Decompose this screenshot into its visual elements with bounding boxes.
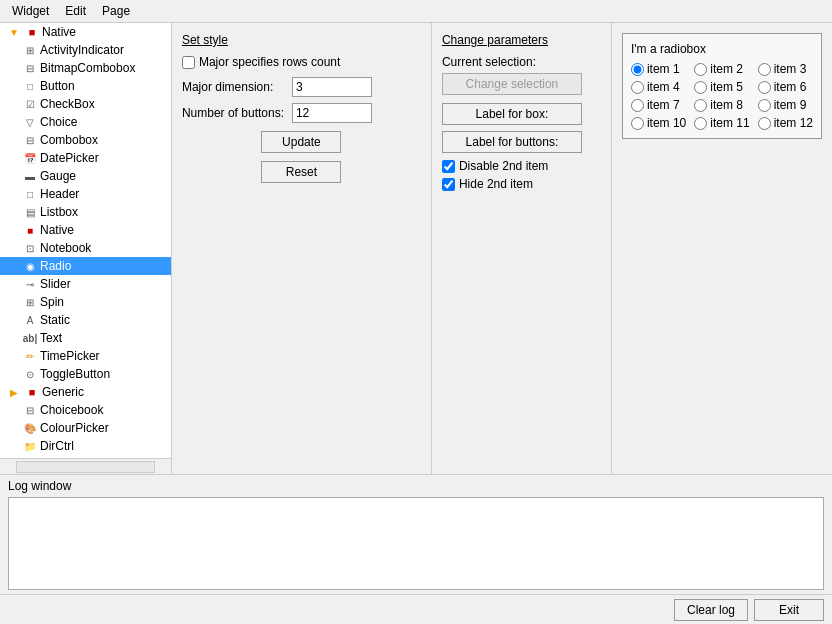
radio-input-11[interactable] — [694, 117, 707, 130]
dirctrl-label: DirCtrl — [40, 439, 74, 453]
tree-item-combobox[interactable]: ⊟ Combobox — [0, 131, 171, 149]
gauge-label: Gauge — [40, 169, 76, 183]
menu-page[interactable]: Page — [94, 2, 138, 20]
top-area: ▼ ■ Native ⊞ ActivityIndicator ⊟ BitmapC… — [0, 23, 832, 474]
major-dimension-row: Major dimension: — [182, 77, 421, 97]
hide-row: Hide 2nd item — [442, 177, 601, 191]
radio-label-9: item 9 — [774, 98, 807, 112]
timepicker-label: TimePicker — [40, 349, 100, 363]
num-buttons-row: Number of buttons: — [182, 103, 421, 123]
disable-checkbox[interactable] — [442, 160, 455, 173]
tree-item-native[interactable]: ■ Native — [0, 221, 171, 239]
tree-item-choicebook[interactable]: ⊟ Choicebook — [0, 401, 171, 419]
bottom-bar: Clear log Exit — [0, 594, 832, 624]
tree-item-choice[interactable]: ▽ Choice — [0, 113, 171, 131]
major-checkbox-row: Major specifies rows count — [182, 55, 421, 69]
num-buttons-input[interactable] — [292, 103, 372, 123]
menu-widget[interactable]: Widget — [4, 2, 57, 20]
dirctrl-icon: 📁 — [22, 438, 38, 454]
radio-input-3[interactable] — [758, 63, 771, 76]
radio-label-3: item 3 — [774, 62, 807, 76]
combobox-label: Combobox — [40, 133, 98, 147]
tree-item-button[interactable]: □ Button — [0, 77, 171, 95]
tree-scroll[interactable]: ▼ ■ Native ⊞ ActivityIndicator ⊟ BitmapC… — [0, 23, 171, 458]
change-selection-button[interactable]: Change selection — [442, 73, 582, 95]
exit-button[interactable]: Exit — [754, 599, 824, 621]
log-content — [8, 497, 824, 590]
update-button[interactable]: Update — [261, 131, 341, 153]
radio-label-8: item 8 — [710, 98, 743, 112]
tree-item-checkbox[interactable]: ☑ CheckBox — [0, 95, 171, 113]
radiobox-border: I'm a radiobox item 1 item 2 item 3 — [622, 33, 822, 139]
radio-input-1[interactable] — [631, 63, 644, 76]
tree-item-text[interactable]: ab| Text — [0, 329, 171, 347]
label-for-box-button[interactable]: Label for box: — [442, 103, 582, 125]
clear-log-button[interactable]: Clear log — [674, 599, 748, 621]
radio-label: Radio — [40, 259, 71, 273]
current-selection-label: Current selection: — [442, 55, 601, 69]
radio-label-2: item 2 — [710, 62, 743, 76]
tree-item-slider[interactable]: ⊸ Slider — [0, 275, 171, 293]
tree-panel: ▼ ■ Native ⊞ ActivityIndicator ⊟ BitmapC… — [0, 23, 172, 474]
notebook-icon: ⊡ — [22, 240, 38, 256]
colourpicker-icon: 🎨 — [22, 420, 38, 436]
radio-input-2[interactable] — [694, 63, 707, 76]
change-panel-title: Change parameters — [442, 33, 601, 47]
native-root-icon: ▼ — [6, 24, 22, 40]
radio-input-9[interactable] — [758, 99, 771, 112]
tree-item-static[interactable]: A Static — [0, 311, 171, 329]
radio-input-7[interactable] — [631, 99, 644, 112]
tree-item-listbox[interactable]: ▤ Listbox — [0, 203, 171, 221]
listbox-icon: ▤ — [22, 204, 38, 220]
radio-input-4[interactable] — [631, 81, 644, 94]
hide-checkbox[interactable] — [442, 178, 455, 191]
tree-item-spin[interactable]: ⊞ Spin — [0, 293, 171, 311]
tree-item-header[interactable]: □ Header — [0, 185, 171, 203]
style-panel: Set style Major specifies rows count Maj… — [172, 23, 432, 474]
tree-item-dirctrl[interactable]: 📁 DirCtrl — [0, 437, 171, 455]
slider-icon: ⊸ — [22, 276, 38, 292]
style-panel-title: Set style — [182, 33, 421, 47]
checkbox-label: CheckBox — [40, 97, 95, 111]
tree-item-notebook[interactable]: ⊡ Notebook — [0, 239, 171, 257]
reset-button[interactable]: Reset — [261, 161, 341, 183]
tree-item-radio[interactable]: ◉ Radio — [0, 257, 171, 275]
radio-input-5[interactable] — [694, 81, 707, 94]
tree-item-native-root[interactable]: ▼ ■ Native — [0, 23, 171, 41]
tree-item-activityindicator[interactable]: ⊞ ActivityIndicator — [0, 41, 171, 59]
change-panel: Change parameters Current selection: Cha… — [432, 23, 612, 474]
radio-input-8[interactable] — [694, 99, 707, 112]
radio-item-11: item 11 — [694, 116, 749, 130]
major-checkbox[interactable] — [182, 56, 195, 69]
main-container: ▼ ■ Native ⊞ ActivityIndicator ⊟ BitmapC… — [0, 23, 832, 624]
tree-item-bitmapcombobox[interactable]: ⊟ BitmapCombobox — [0, 59, 171, 77]
log-title: Log window — [8, 479, 824, 493]
spin-label: Spin — [40, 295, 64, 309]
radio-input-12[interactable] — [758, 117, 771, 130]
radio-item-5: item 5 — [694, 80, 749, 94]
log-area: Log window — [0, 474, 832, 594]
tree-item-generic-root[interactable]: ▶ ■ Generic — [0, 383, 171, 401]
radio-input-6[interactable] — [758, 81, 771, 94]
tree-item-gauge[interactable]: ▬ Gauge — [0, 167, 171, 185]
native-root-img: ■ — [24, 24, 40, 40]
tree-item-timepicker[interactable]: ✏ TimePicker — [0, 347, 171, 365]
native-icon: ■ — [22, 222, 38, 238]
radio-item-3: item 3 — [758, 62, 813, 76]
radio-input-10[interactable] — [631, 117, 644, 130]
text-label: Text — [40, 331, 62, 345]
native-label: Native — [40, 223, 74, 237]
generic-root-icon: ▶ — [6, 384, 22, 400]
choice-label: Choice — [40, 115, 77, 129]
tree-item-datepicker[interactable]: 📅 DatePicker — [0, 149, 171, 167]
radio-icon: ◉ — [22, 258, 38, 274]
activityindicator-icon: ⊞ — [22, 42, 38, 58]
tree-item-togglebutton[interactable]: ⊙ ToggleButton — [0, 365, 171, 383]
tree-item-colourpicker[interactable]: 🎨 ColourPicker — [0, 419, 171, 437]
major-dimension-input[interactable] — [292, 77, 372, 97]
combobox-icon: ⊟ — [22, 132, 38, 148]
menu-edit[interactable]: Edit — [57, 2, 94, 20]
togglebutton-icon: ⊙ — [22, 366, 38, 382]
tree-hscrollbar[interactable] — [0, 458, 171, 474]
label-for-buttons-button[interactable]: Label for buttons: — [442, 131, 582, 153]
